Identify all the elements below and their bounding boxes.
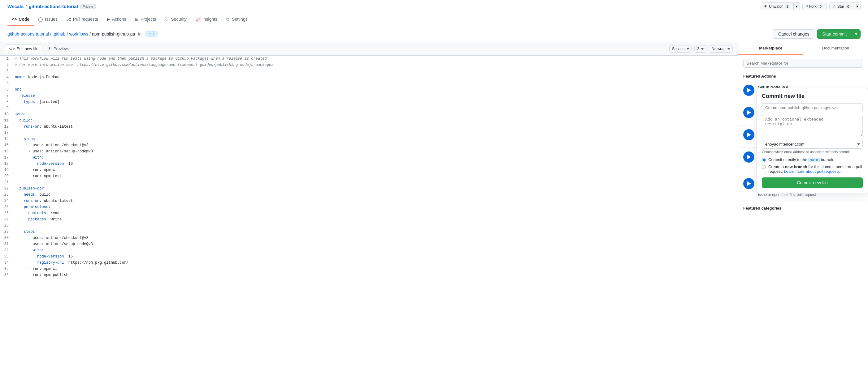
line-content[interactable]: [12, 130, 738, 136]
line-content[interactable]: contents: read: [12, 210, 738, 216]
tab-code[interactable]: <> Code: [7, 13, 34, 26]
wrap-select-wrap: No wrap: [709, 45, 733, 52]
line-content[interactable]: with:: [12, 247, 738, 253]
line-content[interactable]: build:: [12, 117, 738, 124]
tab-projects[interactable]: ⊞ Projects: [131, 13, 161, 26]
code-line: 27 packages: write: [0, 216, 738, 222]
line-content[interactable]: publish-gpr:: [12, 185, 738, 191]
line-content[interactable]: - run: npm ci: [12, 167, 738, 173]
line-number: 31: [0, 241, 12, 247]
repo-name-link[interactable]: github-actions-tutorial: [29, 4, 78, 9]
commit-new-branch-radio[interactable]: [762, 165, 766, 169]
line-content[interactable]: - run: npm publish: [12, 272, 738, 278]
line-content[interactable]: on:: [12, 86, 738, 93]
breadcrumb-github[interactable]: .github: [53, 32, 66, 36]
line-content[interactable]: [12, 80, 738, 86]
breadcrumb-workflows[interactable]: workflows: [69, 32, 88, 36]
line-content[interactable]: - run: npm ci: [12, 266, 738, 272]
featured-actions-title: Featured Actions: [738, 71, 868, 81]
line-number: 1: [0, 56, 12, 62]
commit-direct-radio[interactable]: [762, 158, 766, 162]
line-content[interactable]: [12, 68, 738, 74]
line-content[interactable]: with:: [12, 154, 738, 161]
line-content[interactable]: release:: [12, 93, 738, 99]
code-line: 9: [0, 105, 738, 111]
code-line: 26 contents: read: [0, 210, 738, 216]
tab-edit-new-file[interactable]: </> Edit new file: [5, 44, 42, 53]
line-content[interactable]: needs: build: [12, 191, 738, 198]
line-content[interactable]: steps:: [12, 136, 738, 142]
code-line: 10jobs:: [0, 111, 738, 117]
code-line: 25 permissions:: [0, 204, 738, 210]
commit-direct-branch-option[interactable]: Commit directly to the main branch.: [762, 157, 863, 162]
learn-more-link[interactable]: Learn more about pull requests.: [784, 169, 841, 174]
line-content[interactable]: permissions:: [12, 204, 738, 210]
line-content[interactable]: packages: write: [12, 216, 738, 222]
line-content[interactable]: [12, 179, 738, 185]
commit-filename-input[interactable]: [762, 103, 863, 112]
line-content[interactable]: - uses: actions/checkout@v3: [12, 142, 738, 148]
breadcrumb-repo[interactable]: github-actions-tutorial: [7, 32, 49, 36]
line-content[interactable]: types: [created]: [12, 99, 738, 105]
tab-issues[interactable]: ◯ Issues: [34, 13, 62, 26]
line-content[interactable]: - uses: actions/setup-node@v3: [12, 241, 738, 247]
cancel-changes-button[interactable]: Cancel changes: [773, 29, 814, 39]
line-content[interactable]: - uses: actions/setup-node@v3: [12, 148, 738, 154]
line-content[interactable]: - run: npm test: [12, 173, 738, 179]
line-content[interactable]: node-version: 16: [12, 161, 738, 167]
breadcrumb-sep2: /: [67, 32, 68, 36]
line-number: 3: [0, 68, 12, 74]
line-content[interactable]: registry-url: https://npm.pkg.github.com…: [12, 260, 738, 266]
code-editor[interactable]: 1# This workflow will run tests using no…: [0, 56, 738, 383]
line-content[interactable]: - uses: actions/checkout@v3: [12, 235, 738, 241]
marketplace-item-icon: [743, 107, 754, 118]
star-button[interactable]: ☆ Star 0: [829, 2, 855, 10]
watch-button[interactable]: 👁 Unwatch 1: [761, 2, 794, 10]
tab-preview[interactable]: 👁 Preview: [44, 44, 72, 53]
line-content[interactable]: [12, 222, 738, 229]
tab-settings[interactable]: ⚙ Settings: [222, 13, 252, 26]
line-number: 19: [0, 167, 12, 173]
tab-documentation[interactable]: Documentation: [803, 42, 868, 55]
line-number: 2: [0, 62, 12, 68]
commit-new-branch-option[interactable]: Create a new branch for this commit and …: [762, 165, 863, 174]
tab-pull-requests[interactable]: ⎇ Pull requests: [62, 13, 102, 26]
commit-email-select[interactable]: enoyao@tencent.com: [762, 140, 863, 149]
line-content[interactable]: steps:: [12, 229, 738, 235]
line-content[interactable]: runs-on: ubuntu-latest: [12, 198, 738, 204]
start-commit-button[interactable]: Start commit: [817, 29, 851, 39]
spaces-select[interactable]: Spaces: [669, 45, 692, 52]
line-number: 29: [0, 229, 12, 235]
fork-button[interactable]: ⑂ Fork 0: [802, 3, 827, 10]
commit-new-file-button[interactable]: Commit new file: [762, 177, 863, 188]
line-number: 6: [0, 86, 12, 93]
code-line: 2# For more information see: https://hel…: [0, 62, 738, 68]
code-line: 21: [0, 179, 738, 185]
line-content[interactable]: runs-on: ubuntu-latest: [12, 124, 738, 130]
tab-insights[interactable]: 📈 Insights: [191, 13, 222, 26]
start-commit-caret[interactable]: ▾: [851, 29, 861, 39]
line-content[interactable]: name: Node.js Package: [12, 74, 738, 80]
line-content[interactable]: # For more information see: https://help…: [12, 62, 738, 68]
line-content[interactable]: jobs:: [12, 111, 738, 117]
commit-email-hint: Choose which email address to associate …: [762, 150, 863, 154]
line-number: 25: [0, 204, 12, 210]
line-content[interactable]: node-version: 16: [12, 253, 738, 260]
settings-icon: ⚙: [226, 17, 230, 22]
line-content[interactable]: [12, 105, 738, 111]
tab-actions[interactable]: ▶ Actions: [102, 13, 131, 26]
private-badge: Private: [80, 4, 96, 9]
breadcrumb-sep3: /: [90, 32, 91, 36]
code-line: 14 steps:: [0, 136, 738, 142]
tab-marketplace[interactable]: Marketplace: [738, 42, 803, 55]
commit-description-input[interactable]: [762, 115, 863, 136]
repo-owner-link[interactable]: Wscats: [7, 4, 24, 9]
featured-categories-title: Featured categories: [738, 203, 868, 213]
watch-caret[interactable]: ▾: [794, 2, 800, 10]
indent-select[interactable]: 2: [694, 45, 706, 52]
wrap-select[interactable]: No wrap: [709, 45, 733, 52]
tab-security[interactable]: 🛡 Security: [160, 13, 191, 26]
sidebar-search-input[interactable]: [743, 59, 863, 68]
line-content[interactable]: # This workflow will run tests using nod…: [12, 56, 738, 62]
star-caret[interactable]: ▾: [855, 2, 861, 10]
